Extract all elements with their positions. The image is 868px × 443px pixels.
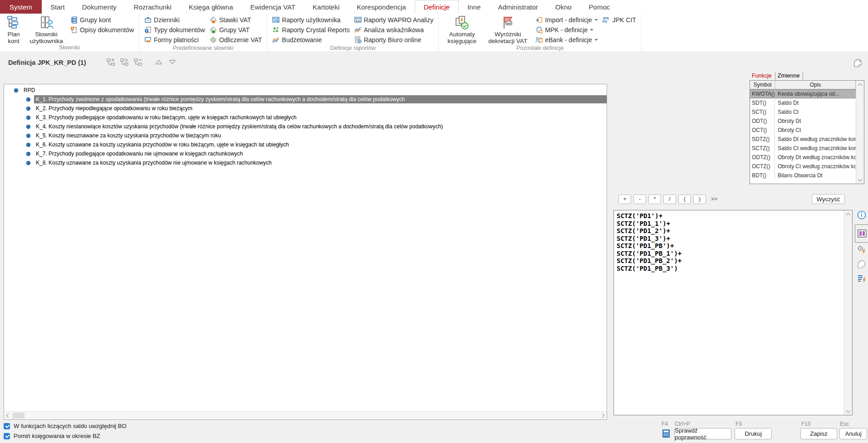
function-row-odtz[interactable]: ODTZ() Obroty Dt według znaczników kont	[750, 153, 856, 162]
checkbox-uwzglednij-bo[interactable]	[4, 423, 10, 429]
scroll-down-icon[interactable]	[844, 407, 852, 415]
function-row-kwota[interactable]: KWOTA() Kwota obowiązująca od...	[750, 89, 856, 98]
ebank-definicje-button[interactable]: eBank - definicje	[535, 35, 598, 45]
scroll-right-icon[interactable]	[599, 412, 607, 419]
operator-divide-button[interactable]: /	[663, 195, 676, 204]
copy-window-icon[interactable]	[853, 58, 863, 68]
function-row-odt[interactable]: ODT() Obroty Dt	[750, 117, 856, 126]
expression-editor[interactable]: SCTZ('PD1')+ SCTZ('PD1_1')+ SCTZ('PD1_2'…	[613, 210, 853, 415]
function-row-sdtz[interactable]: SDTZ() Saldo Dt według znaczników kont	[750, 135, 856, 144]
tree-item-k7[interactable]: K_7. Przychody podlegające opodatkowaniu…	[4, 149, 607, 158]
tree-item-k4[interactable]: K_4. Koszty niestanowiące kosztów uzyska…	[4, 122, 607, 131]
opisy-dokumentow-button[interactable]: Opisy dokumentów	[70, 25, 134, 35]
layout-columns-toggle[interactable]	[855, 224, 868, 243]
copy-pages-icon[interactable]	[857, 259, 867, 269]
tab-rozrachunki[interactable]: Rozrachunki	[125, 0, 180, 14]
stawki-vat-icon	[210, 16, 217, 24]
calculator-button[interactable]	[662, 429, 671, 438]
tab-definicje[interactable]: Definicje	[415, 0, 459, 14]
operator-close-paren-button[interactable]: )	[693, 195, 706, 204]
delete-node-button[interactable]	[133, 58, 142, 67]
typy-dokumentow-button[interactable]: Typy dokumentów	[144, 25, 205, 35]
raporty-crystal-button[interactable]: Raporty Crystal Reports	[272, 25, 349, 35]
tab-korespondencja[interactable]: Korespondencja	[348, 0, 414, 14]
scroll-left-icon[interactable]	[4, 412, 12, 419]
tab-ksiega-glowna[interactable]: Księga główna	[180, 0, 242, 14]
move-up-button[interactable]	[154, 58, 163, 67]
automation-gears-icon[interactable]	[857, 245, 867, 255]
check-validity-button[interactable]: Sprawdź poprawność	[674, 428, 731, 439]
tab-okno[interactable]: Okno	[547, 0, 580, 14]
save-button[interactable]: Zapisz	[800, 428, 837, 439]
tree-item-k6[interactable]: K_6. Koszty uznawane za koszty uzyskania…	[4, 140, 607, 149]
tree-item-k8[interactable]: K_8. Koszty uznawane za koszty uzyskania…	[4, 158, 607, 167]
jpk-cit-icon: JPKPD	[603, 17, 611, 24]
tab-zmienne[interactable]: Zmienne	[775, 72, 804, 80]
operator-open-paren-button[interactable]: (	[678, 195, 691, 204]
scroll-up-icon[interactable]	[856, 81, 864, 88]
print-button[interactable]: Drukuj	[735, 428, 772, 439]
tab-dokumenty[interactable]: Dokumenty	[74, 0, 125, 14]
grupy-vat-button[interactable]: Grupy VAT	[210, 25, 262, 35]
move-down-button[interactable]	[168, 58, 177, 67]
tree-item-k3[interactable]: K_3. Przychody podlegające opodatkowaniu…	[4, 113, 607, 122]
tree-item-k1[interactable]: K_1. Przychody zwolnione z opodatkowania…	[4, 95, 607, 104]
tree-root[interactable]: RPD	[4, 86, 607, 95]
function-row-oct[interactable]: OCT() Obroty Ct	[750, 126, 856, 135]
scroll-down-icon[interactable]	[856, 176, 864, 184]
formy-platnosci-button[interactable]: Formy płatności	[144, 35, 205, 45]
cancel-button[interactable]: Anuluj	[839, 428, 867, 439]
tree-horizontal-scrollbar[interactable]	[4, 411, 607, 419]
raporty-wapro-analizy-button[interactable]: Raporty WAPRO Analizy	[354, 15, 434, 25]
raporty-biuro-online-button[interactable]: Raporty Biuro online	[354, 35, 434, 45]
function-row-sct[interactable]: SCT() Saldo Ct	[750, 107, 856, 117]
mpk-definicje-button[interactable]: MPK - definicje	[535, 25, 598, 35]
tab-start[interactable]: Start	[42, 0, 74, 14]
more-operators-button[interactable]: >>	[711, 196, 717, 202]
tab-administrator[interactable]: Administrator	[489, 0, 546, 14]
tab-kartoteki[interactable]: Kartoteki	[304, 0, 348, 14]
function-row-sctz[interactable]: SCTZ() Saldo Ct według znaczników kont	[750, 144, 856, 153]
analiza-wskaznikowa-button[interactable]: Analiza wskaźnikowa	[354, 25, 434, 35]
scrollbar-thumb[interactable]	[13, 413, 25, 419]
wyrozniki-dekretacji-vat-button[interactable]: VAT Wyróżniki dekretacji VAT	[484, 15, 531, 44]
function-row-sdt[interactable]: SDT() Saldo Dt	[750, 98, 856, 107]
odliczenie-vat-button[interactable]: Odliczenie VAT	[210, 35, 262, 45]
stawki-vat-button[interactable]: Stawki VAT	[210, 15, 262, 25]
plan-kont-button[interactable]: Plan kont	[5, 15, 23, 44]
scroll-up-icon[interactable]	[844, 210, 852, 218]
function-row-octz[interactable]: OCTZ() Obroty Ct według znaczników kont	[750, 162, 856, 171]
dzienniki-button[interactable]: Dzienniki	[144, 15, 205, 25]
function-row-bdt[interactable]: BDT() Bilans Otwarcia Dt	[750, 171, 856, 180]
tab-ewidencja-vat[interactable]: Ewidencja VAT	[242, 0, 304, 14]
clear-button[interactable]: Wyczyść	[812, 194, 845, 204]
tab-system[interactable]: System	[0, 0, 42, 14]
column-symbol[interactable]: Symbol	[750, 81, 775, 89]
functions-table-scrollbar[interactable]	[856, 81, 864, 184]
tree-item-label: K_7. Przychody podlegające opodatkowaniu…	[34, 150, 607, 158]
function-symbol: SDT()	[750, 98, 775, 107]
expression-scrollbar[interactable]	[844, 210, 852, 415]
operator-plus-button[interactable]: +	[618, 195, 631, 204]
info-icon[interactable]	[857, 210, 867, 220]
add-node-button[interactable]	[106, 58, 115, 67]
checkbox-pomin-bz[interactable]	[4, 433, 10, 439]
import-definicje-button[interactable]: Import - definicje	[535, 15, 598, 25]
shortcut-f4: F4	[662, 421, 668, 427]
tree-item-k2[interactable]: K_2. Przychody niepodlegające opodatkowa…	[4, 104, 607, 113]
operator-multiply-button[interactable]: *	[648, 195, 661, 204]
automaty-ksiegujace-button[interactable]: Automaty księgujące	[443, 15, 481, 44]
change-node-button[interactable]	[120, 58, 129, 67]
tree-item-k5[interactable]: K_5. Koszty nieuznawane za koszty uzyska…	[4, 131, 607, 140]
decree-document-icon[interactable]	[857, 274, 867, 284]
grupy-kont-button[interactable]: Grupy kont	[70, 15, 134, 25]
tab-funkcje[interactable]: Funkcje	[750, 72, 775, 80]
operator-minus-button[interactable]: -	[633, 195, 646, 204]
budzetowanie-button[interactable]: Budżetowanie	[272, 35, 349, 45]
tab-inne[interactable]: Inne	[459, 0, 489, 14]
column-opis[interactable]: Opis	[775, 81, 856, 89]
jpk-cit-button[interactable]: JPKPD JPK CIT	[603, 15, 636, 25]
slowniki-uzytkownika-button[interactable]: Słowniki użytkownika	[26, 15, 66, 44]
raporty-uzytkownika-button[interactable]: Raporty użytkownika	[272, 15, 349, 25]
tab-pomoc[interactable]: Pomoc	[580, 0, 619, 14]
